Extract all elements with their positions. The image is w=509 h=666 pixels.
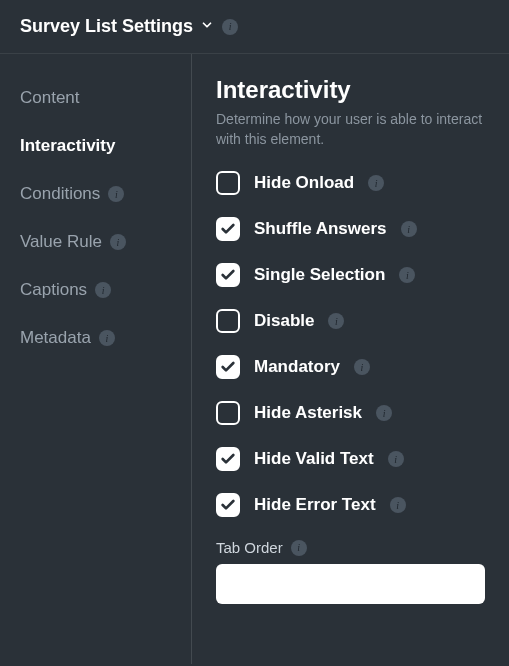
info-icon[interactable]: i bbox=[354, 359, 370, 375]
info-icon[interactable]: i bbox=[388, 451, 404, 467]
panel-description: Determine how your user is able to inter… bbox=[216, 110, 485, 149]
checkbox-hide-error-text[interactable] bbox=[216, 493, 240, 517]
settings-title[interactable]: Survey List Settings bbox=[20, 16, 214, 37]
sidebar-item-label: Content bbox=[20, 88, 80, 108]
info-icon[interactable]: i bbox=[291, 540, 307, 556]
option-label: Hide Asterisk bbox=[254, 403, 362, 423]
sidebar-item-interactivity[interactable]: Interactivity bbox=[0, 122, 191, 170]
checkbox-single-selection[interactable] bbox=[216, 263, 240, 287]
settings-sidebar: Content Interactivity Conditions i Value… bbox=[0, 54, 192, 664]
option-single-selection: Single Selection i bbox=[216, 263, 485, 287]
checkbox-hide-onload[interactable] bbox=[216, 171, 240, 195]
option-label: Shuffle Answers bbox=[254, 219, 387, 239]
sidebar-item-label: Value Rule bbox=[20, 232, 102, 252]
info-icon[interactable]: i bbox=[376, 405, 392, 421]
option-mandatory: Mandatory i bbox=[216, 355, 485, 379]
sidebar-item-label: Conditions bbox=[20, 184, 100, 204]
panel-title: Interactivity bbox=[216, 76, 485, 104]
settings-header: Survey List Settings i bbox=[0, 0, 509, 54]
option-shuffle-answers: Shuffle Answers i bbox=[216, 217, 485, 241]
option-hide-valid-text: Hide Valid Text i bbox=[216, 447, 485, 471]
sidebar-item-conditions[interactable]: Conditions i bbox=[0, 170, 191, 218]
option-hide-onload: Hide Onload i bbox=[216, 171, 485, 195]
info-icon[interactable]: i bbox=[368, 175, 384, 191]
sidebar-item-label: Interactivity bbox=[20, 136, 115, 156]
option-label: Hide Onload bbox=[254, 173, 354, 193]
option-label: Hide Error Text bbox=[254, 495, 376, 515]
checkbox-mandatory[interactable] bbox=[216, 355, 240, 379]
option-hide-asterisk: Hide Asterisk i bbox=[216, 401, 485, 425]
option-label: Hide Valid Text bbox=[254, 449, 374, 469]
info-icon[interactable]: i bbox=[95, 282, 111, 298]
info-icon[interactable]: i bbox=[99, 330, 115, 346]
checkbox-hide-valid-text[interactable] bbox=[216, 447, 240, 471]
info-icon[interactable]: i bbox=[108, 186, 124, 202]
option-disable: Disable i bbox=[216, 309, 485, 333]
option-hide-error-text: Hide Error Text i bbox=[216, 493, 485, 517]
sidebar-item-content[interactable]: Content bbox=[0, 74, 191, 122]
sidebar-item-label: Captions bbox=[20, 280, 87, 300]
tab-order-field: Tab Order i bbox=[216, 539, 485, 604]
sidebar-item-captions[interactable]: Captions i bbox=[0, 266, 191, 314]
sidebar-item-label: Metadata bbox=[20, 328, 91, 348]
tab-order-label: Tab Order bbox=[216, 539, 283, 556]
info-icon[interactable]: i bbox=[222, 19, 238, 35]
sidebar-item-metadata[interactable]: Metadata i bbox=[0, 314, 191, 362]
chevron-down-icon bbox=[200, 16, 214, 37]
checkbox-disable[interactable] bbox=[216, 309, 240, 333]
option-label: Single Selection bbox=[254, 265, 385, 285]
tab-order-input[interactable] bbox=[216, 564, 485, 604]
checkbox-shuffle-answers[interactable] bbox=[216, 217, 240, 241]
option-label: Mandatory bbox=[254, 357, 340, 377]
settings-main: Interactivity Determine how your user is… bbox=[192, 54, 509, 664]
info-icon[interactable]: i bbox=[401, 221, 417, 237]
info-icon[interactable]: i bbox=[328, 313, 344, 329]
info-icon[interactable]: i bbox=[110, 234, 126, 250]
sidebar-item-value-rule[interactable]: Value Rule i bbox=[0, 218, 191, 266]
option-label: Disable bbox=[254, 311, 314, 331]
checkbox-hide-asterisk[interactable] bbox=[216, 401, 240, 425]
info-icon[interactable]: i bbox=[390, 497, 406, 513]
info-icon[interactable]: i bbox=[399, 267, 415, 283]
